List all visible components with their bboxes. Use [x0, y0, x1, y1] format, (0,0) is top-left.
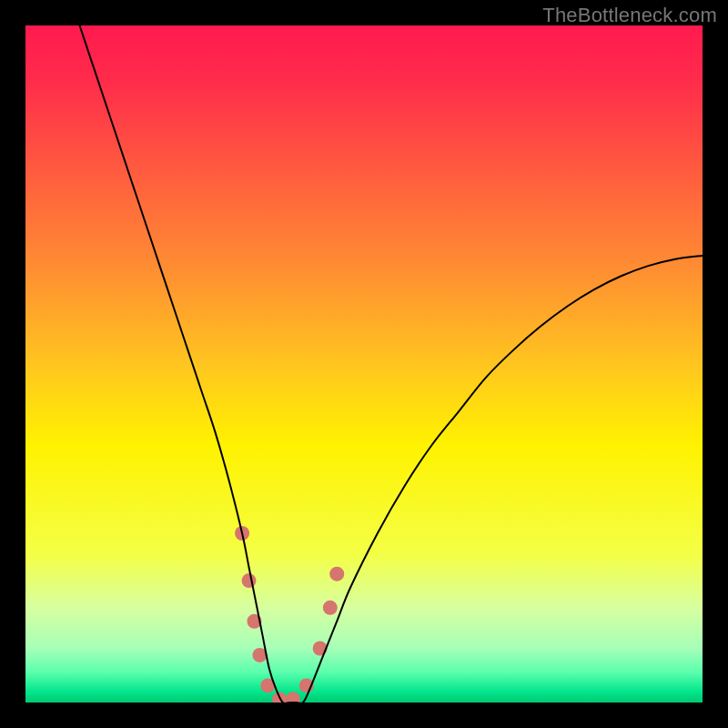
- bottleneck-chart: [25, 25, 703, 703]
- chart-frame: TheBottleneck.com: [0, 0, 728, 728]
- gradient-background: [25, 25, 703, 703]
- highlight-dot: [242, 573, 257, 588]
- highlight-dot: [313, 641, 328, 655]
- highlight-dot: [329, 567, 344, 581]
- highlight-dot: [323, 601, 338, 615]
- watermark-text: TheBottleneck.com: [542, 4, 717, 27]
- plot-area: [25, 25, 703, 703]
